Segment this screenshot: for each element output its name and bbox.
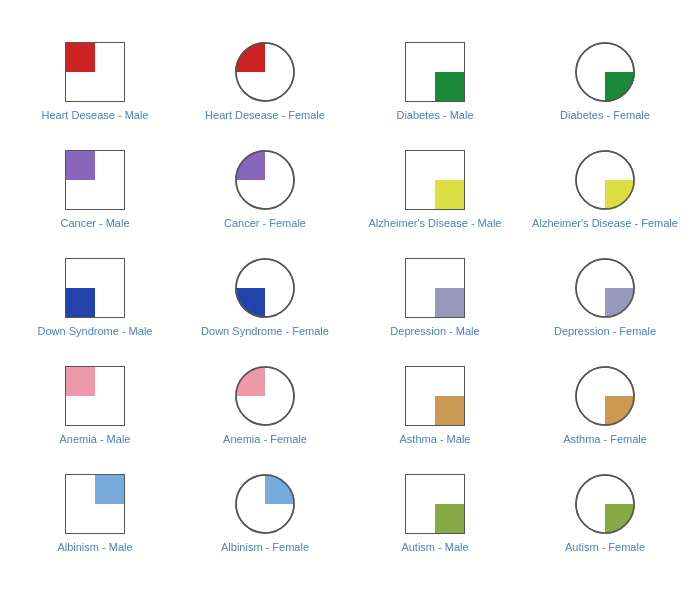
symbol-asthma-male: Asthma - Male [350,348,520,456]
symbol-icon-anemia-female [235,366,295,426]
symbol-label-downsyndrome-male: Down Syndrome - Male [38,324,153,338]
symbol-anemia-male: Anemia - Male [10,348,180,456]
symbol-autism-male: Autism - Male [350,456,520,564]
symbol-diabetes-male: Diabetes - Male [350,24,520,132]
symbol-icon-heart-female [235,42,295,102]
symbol-label-anemia-female: Anemia - Female [223,432,307,446]
symbol-icon-diabetes-male [405,42,465,102]
symbol-asthma-female: Asthma - Female [520,348,690,456]
symbol-icon-downsyndrome-male [65,258,125,318]
symbol-downsyndrome-male: Down Syndrome - Male [10,240,180,348]
symbol-icon-alzheimer-male [405,150,465,210]
symbol-icon-depression-female [575,258,635,318]
symbol-albinism-female: Albinism - Female [180,456,350,564]
symbol-albinism-male: Albinism - Male [10,456,180,564]
symbol-label-albinism-male: Albinism - Male [57,540,132,554]
symbol-label-anemia-male: Anemia - Male [60,432,131,446]
symbol-anemia-female: Anemia - Female [180,348,350,456]
symbols-grid: Heart Desease - MaleHeart Desease - Fema… [0,24,700,564]
symbol-label-depression-female: Depression - Female [554,324,656,338]
symbol-icon-anemia-male [65,366,125,426]
symbol-icon-asthma-male [405,366,465,426]
page-title [0,0,700,24]
symbol-label-downsyndrome-female: Down Syndrome - Female [201,324,329,338]
symbol-label-cancer-female: Cancer - Female [224,216,306,230]
symbol-icon-heart-male [65,42,125,102]
symbol-heart-female: Heart Desease - Female [180,24,350,132]
symbol-icon-alzheimer-female [575,150,635,210]
symbol-label-heart-female: Heart Desease - Female [205,108,325,122]
symbol-depression-male: Depression - Male [350,240,520,348]
symbol-depression-female: Depression - Female [520,240,690,348]
symbol-icon-diabetes-female [575,42,635,102]
symbol-cancer-male: Cancer - Male [10,132,180,240]
symbol-heart-male: Heart Desease - Male [10,24,180,132]
symbol-alzheimer-male: Alzheimer's Disease - Male [350,132,520,240]
symbol-label-alzheimer-female: Alzheimer's Disease - Female [532,216,678,230]
symbol-icon-albinism-female [235,474,295,534]
symbol-label-cancer-male: Cancer - Male [60,216,129,230]
symbol-label-diabetes-female: Diabetes - Female [560,108,650,122]
symbol-icon-albinism-male [65,474,125,534]
symbol-label-alzheimer-male: Alzheimer's Disease - Male [369,216,502,230]
symbol-icon-cancer-male [65,150,125,210]
symbol-label-albinism-female: Albinism - Female [221,540,309,554]
symbol-icon-cancer-female [235,150,295,210]
symbol-icon-depression-male [405,258,465,318]
symbol-icon-autism-female [575,474,635,534]
symbol-label-heart-male: Heart Desease - Male [42,108,149,122]
symbol-label-autism-female: Autism - Female [565,540,645,554]
symbol-label-asthma-male: Asthma - Male [400,432,471,446]
symbol-autism-female: Autism - Female [520,456,690,564]
symbol-label-autism-male: Autism - Male [401,540,468,554]
symbol-icon-downsyndrome-female [235,258,295,318]
symbol-label-asthma-female: Asthma - Female [563,432,647,446]
symbol-icon-asthma-female [575,366,635,426]
symbol-cancer-female: Cancer - Female [180,132,350,240]
symbol-icon-autism-male [405,474,465,534]
symbol-downsyndrome-female: Down Syndrome - Female [180,240,350,348]
symbol-label-diabetes-male: Diabetes - Male [396,108,473,122]
symbol-alzheimer-female: Alzheimer's Disease - Female [520,132,690,240]
symbol-label-depression-male: Depression - Male [390,324,479,338]
symbol-diabetes-female: Diabetes - Female [520,24,690,132]
